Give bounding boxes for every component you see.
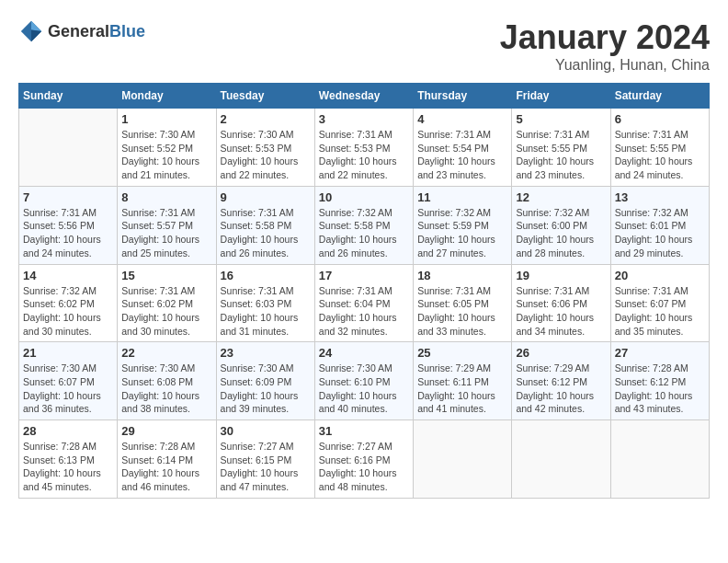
day-number: 29 (121, 424, 211, 438)
sunset: Sunset: 5:53 PM (319, 142, 409, 155)
calendar-cell (610, 420, 709, 499)
day-number: 31 (319, 424, 409, 438)
day-number: 20 (615, 269, 705, 282)
sunrise: Sunrise: 7:27 AM (221, 440, 311, 454)
sunrise: Sunrise: 7:31 AM (417, 128, 507, 142)
sunset: Sunset: 5:55 PM (615, 142, 705, 155)
sunrise: Sunrise: 7:28 AM (615, 362, 705, 375)
calendar-week-4: 28 Sunrise: 7:28 AM Sunset: 6:13 PM Dayl… (19, 420, 710, 499)
calendar-cell: 6 Sunrise: 7:31 AM Sunset: 5:55 PM Dayli… (610, 109, 709, 187)
day-info: Sunrise: 7:28 AM Sunset: 6:14 PM Dayligh… (121, 440, 211, 494)
sunset: Sunset: 6:16 PM (319, 454, 409, 467)
logo: GeneralBlue (18, 18, 145, 44)
calendar-cell: 1 Sunrise: 7:30 AM Sunset: 5:52 PM Dayli… (118, 109, 216, 187)
sunrise: Sunrise: 7:29 AM (516, 362, 606, 375)
daylight: Daylight: 10 hours and 48 minutes. (319, 466, 409, 493)
day-info: Sunrise: 7:28 AM Sunset: 6:12 PM Dayligh… (615, 362, 705, 416)
calendar-cell: 16 Sunrise: 7:31 AM Sunset: 6:03 PM Dayl… (216, 264, 314, 342)
calendar-cell: 20 Sunrise: 7:31 AM Sunset: 6:07 PM Dayl… (610, 264, 709, 342)
calendar-cell: 30 Sunrise: 7:27 AM Sunset: 6:15 PM Dayl… (216, 420, 314, 499)
sunset: Sunset: 6:09 PM (221, 375, 311, 389)
sunset: Sunset: 6:08 PM (121, 375, 211, 389)
daylight: Daylight: 10 hours and 38 minutes. (121, 389, 211, 416)
daylight: Daylight: 10 hours and 23 minutes. (516, 155, 606, 181)
sunset: Sunset: 6:03 PM (221, 297, 311, 311)
daylight: Daylight: 10 hours and 23 minutes. (417, 155, 507, 181)
sunrise: Sunrise: 7:32 AM (516, 206, 606, 220)
calendar-cell: 2 Sunrise: 7:30 AM Sunset: 5:53 PM Dayli… (216, 109, 314, 187)
daylight: Daylight: 10 hours and 39 minutes. (221, 389, 311, 416)
sunset: Sunset: 5:58 PM (221, 219, 311, 233)
sunset: Sunset: 5:58 PM (319, 219, 409, 233)
day-info: Sunrise: 7:28 AM Sunset: 6:13 PM Dayligh… (23, 440, 113, 494)
calendar-cell: 3 Sunrise: 7:31 AM Sunset: 5:53 PM Dayli… (314, 109, 413, 187)
day-info: Sunrise: 7:31 AM Sunset: 6:06 PM Dayligh… (516, 284, 606, 339)
sunrise: Sunrise: 7:32 AM (23, 284, 113, 298)
day-number: 5 (516, 112, 606, 126)
sunset: Sunset: 6:04 PM (319, 297, 409, 311)
day-info: Sunrise: 7:32 AM Sunset: 6:00 PM Dayligh… (516, 206, 606, 260)
day-info: Sunrise: 7:30 AM Sunset: 5:53 PM Dayligh… (221, 128, 311, 182)
sunset: Sunset: 6:13 PM (23, 454, 113, 467)
daylight: Daylight: 10 hours and 32 minutes. (319, 311, 409, 338)
sunrise: Sunrise: 7:31 AM (221, 206, 311, 220)
col-monday: Monday (118, 84, 216, 109)
day-number: 7 (23, 190, 113, 204)
sunrise: Sunrise: 7:31 AM (516, 284, 606, 298)
day-info: Sunrise: 7:31 AM Sunset: 5:55 PM Dayligh… (516, 128, 606, 182)
calendar-week-2: 14 Sunrise: 7:32 AM Sunset: 6:02 PM Dayl… (19, 264, 710, 342)
day-info: Sunrise: 7:31 AM Sunset: 5:56 PM Dayligh… (23, 206, 113, 260)
sunset: Sunset: 5:55 PM (516, 142, 606, 155)
sunset: Sunset: 6:11 PM (417, 375, 507, 389)
day-number: 19 (516, 269, 606, 282)
sunset: Sunset: 5:54 PM (417, 142, 507, 155)
daylight: Daylight: 10 hours and 47 minutes. (221, 466, 311, 493)
day-number: 18 (417, 269, 507, 282)
sunrise: Sunrise: 7:31 AM (319, 128, 409, 142)
calendar-cell: 17 Sunrise: 7:31 AM Sunset: 6:04 PM Dayl… (314, 264, 413, 342)
page-header: GeneralBlue January 2024 Yuanling, Hunan… (18, 18, 710, 74)
sunset: Sunset: 5:59 PM (417, 219, 507, 233)
calendar-cell: 25 Sunrise: 7:29 AM Sunset: 6:11 PM Dayl… (414, 342, 512, 420)
day-number: 28 (23, 424, 113, 438)
calendar-cell (414, 420, 512, 499)
sunrise: Sunrise: 7:30 AM (319, 362, 409, 375)
daylight: Daylight: 10 hours and 24 minutes. (23, 233, 113, 259)
day-number: 3 (319, 112, 409, 126)
daylight: Daylight: 10 hours and 22 minutes. (221, 155, 311, 181)
calendar-cell: 23 Sunrise: 7:30 AM Sunset: 6:09 PM Dayl… (216, 342, 314, 420)
logo-general: GeneralBlue (48, 22, 145, 41)
calendar-cell: 4 Sunrise: 7:31 AM Sunset: 5:54 PM Dayli… (414, 109, 512, 187)
daylight: Daylight: 10 hours and 43 minutes. (615, 389, 705, 416)
sunset: Sunset: 6:12 PM (615, 375, 705, 389)
sunset: Sunset: 6:10 PM (319, 375, 409, 389)
sunset: Sunset: 6:06 PM (516, 297, 606, 311)
daylight: Daylight: 10 hours and 26 minutes. (319, 233, 409, 259)
day-number: 23 (221, 346, 311, 360)
sunrise: Sunrise: 7:30 AM (121, 128, 211, 142)
day-number: 10 (319, 190, 409, 204)
logo-icon (18, 18, 44, 44)
sunrise: Sunrise: 7:30 AM (121, 362, 211, 375)
calendar-cell: 31 Sunrise: 7:27 AM Sunset: 6:16 PM Dayl… (314, 420, 413, 499)
sunrise: Sunrise: 7:31 AM (319, 284, 409, 298)
day-info: Sunrise: 7:30 AM Sunset: 6:10 PM Dayligh… (319, 362, 409, 416)
day-number: 8 (121, 190, 211, 204)
calendar-cell: 12 Sunrise: 7:32 AM Sunset: 6:00 PM Dayl… (512, 186, 610, 264)
day-info: Sunrise: 7:27 AM Sunset: 6:15 PM Dayligh… (221, 440, 311, 494)
title-section: January 2024 Yuanling, Hunan, China (500, 18, 710, 74)
day-info: Sunrise: 7:31 AM Sunset: 5:57 PM Dayligh… (121, 206, 211, 260)
calendar-cell: 10 Sunrise: 7:32 AM Sunset: 5:58 PM Dayl… (314, 186, 413, 264)
sunset: Sunset: 6:07 PM (615, 297, 705, 311)
col-wednesday: Wednesday (314, 84, 413, 109)
calendar-week-0: 1 Sunrise: 7:30 AM Sunset: 5:52 PM Dayli… (19, 109, 710, 187)
daylight: Daylight: 10 hours and 46 minutes. (121, 466, 211, 493)
daylight: Daylight: 10 hours and 36 minutes. (23, 389, 113, 416)
calendar-week-1: 7 Sunrise: 7:31 AM Sunset: 5:56 PM Dayli… (19, 186, 710, 264)
sunset: Sunset: 6:14 PM (121, 454, 211, 467)
day-number: 26 (516, 346, 606, 360)
sunrise: Sunrise: 7:31 AM (121, 284, 211, 298)
col-saturday: Saturday (610, 84, 709, 109)
daylight: Daylight: 10 hours and 40 minutes. (319, 389, 409, 416)
day-number: 16 (221, 269, 311, 282)
